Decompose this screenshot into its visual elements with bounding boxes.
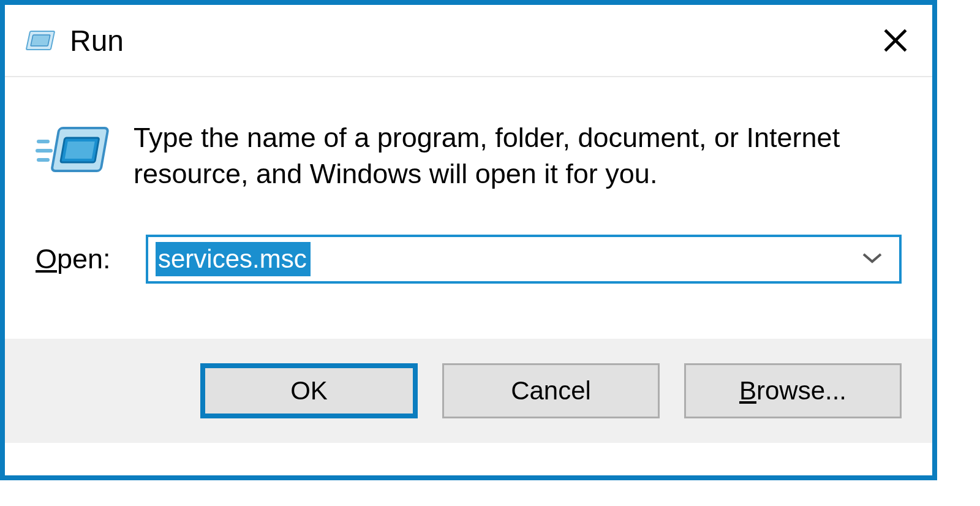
dialog-content: Type the name of a program, folder, docu… bbox=[5, 77, 932, 339]
open-combobox[interactable]: services.msc bbox=[146, 235, 902, 284]
ok-button[interactable]: OK bbox=[200, 363, 418, 418]
titlebar: Run bbox=[5, 5, 932, 77]
run-program-icon bbox=[36, 123, 109, 178]
run-titlebar-icon bbox=[23, 29, 55, 52]
open-input-row: Open: services.msc bbox=[36, 235, 902, 284]
close-button[interactable] bbox=[877, 22, 914, 59]
button-bar: OK Cancel Browse... bbox=[5, 339, 932, 443]
open-input-selected-text: services.msc bbox=[156, 242, 311, 276]
dialog-title: Run bbox=[70, 24, 877, 58]
cancel-button[interactable]: Cancel bbox=[442, 363, 660, 418]
description-row: Type the name of a program, folder, docu… bbox=[36, 120, 902, 192]
close-icon bbox=[881, 26, 910, 55]
chevron-down-icon bbox=[860, 251, 884, 268]
run-dialog: Run bbox=[0, 0, 937, 480]
svg-rect-1 bbox=[31, 35, 50, 46]
open-label: Open: bbox=[36, 243, 127, 275]
description-text: Type the name of a program, folder, docu… bbox=[134, 120, 902, 192]
svg-rect-6 bbox=[65, 142, 95, 159]
browse-button[interactable]: Browse... bbox=[684, 363, 902, 418]
